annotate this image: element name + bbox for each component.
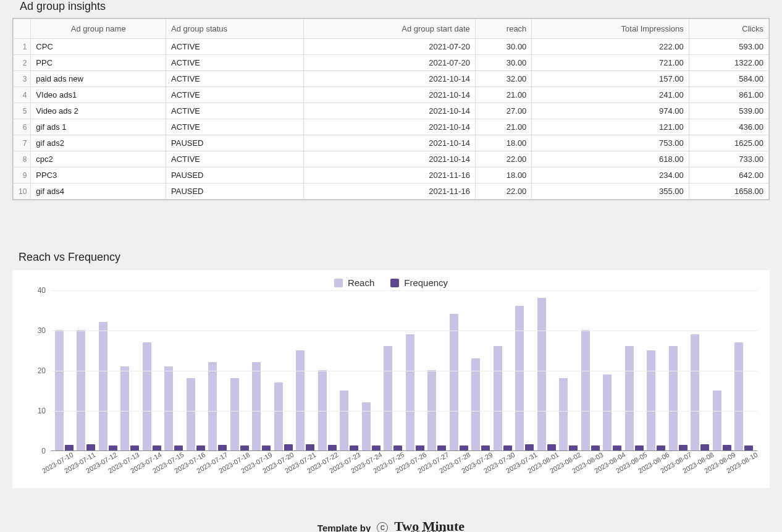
bar-group[interactable]	[295, 350, 317, 451]
row-index: 1	[14, 39, 31, 55]
cell-ad-group-name: CPC	[31, 39, 166, 55]
cell-clicks: 642.00	[689, 167, 768, 184]
row-index: 7	[14, 135, 31, 151]
table-row[interactable]: 3paid ads newACTIVE2021-10-1432.00157.00…	[14, 71, 769, 87]
bar-reach	[143, 342, 151, 451]
col-start-date[interactable]: Ad group start date	[303, 19, 475, 39]
bar-group[interactable]	[558, 378, 580, 450]
bar-group[interactable]	[711, 391, 733, 451]
table-row[interactable]: 1CPCACTIVE2021-07-2030.00222.00593.00	[14, 39, 769, 55]
table-header-row: Ad group name Ad group status Ad group s…	[14, 19, 769, 39]
bar-group[interactable]	[75, 330, 98, 450]
bar-group[interactable]	[689, 334, 712, 451]
table-row[interactable]: 2PPCACTIVE2021-07-2030.00721.001322.00	[14, 55, 769, 71]
cell-impressions: 222.00	[532, 39, 689, 55]
bar-group[interactable]	[141, 342, 163, 451]
col-status[interactable]: Ad group status	[166, 19, 304, 39]
cell-ad-group-name: VIdeo ads1	[31, 87, 166, 103]
bar-group[interactable]	[536, 298, 558, 450]
bar-group[interactable]	[404, 334, 426, 451]
bar-group[interactable]	[185, 378, 207, 450]
bar-group[interactable]	[119, 366, 141, 451]
bar-group[interactable]	[733, 342, 755, 451]
bar-group[interactable]	[426, 370, 448, 450]
bar-group[interactable]	[602, 374, 624, 451]
bar-reach	[450, 314, 458, 450]
bar-group[interactable]	[667, 346, 689, 450]
bar-group[interactable]	[360, 402, 382, 450]
bar-group[interactable]	[251, 362, 273, 450]
cell-ad-group-status: ACTIVE	[166, 151, 304, 167]
chart-gridline	[51, 290, 757, 291]
table-row[interactable]: 5Video ads 2ACTIVE2021-10-1427.00974.005…	[14, 103, 769, 119]
col-clicks[interactable]: Clicks	[689, 19, 768, 39]
table-row[interactable]: 7gif ads2PAUSED2021-10-1418.00753.001625…	[14, 135, 769, 151]
cell-clicks: 861.00	[689, 87, 768, 103]
cell-ad-group-name: PPC	[31, 55, 166, 71]
chart-gridline	[51, 411, 757, 412]
bar-group[interactable]	[53, 330, 75, 450]
bar-group[interactable]	[338, 391, 361, 451]
cell-ad-group-status: PAUSED	[166, 135, 304, 151]
cell-start-date: 2021-07-20	[303, 55, 475, 71]
cell-reach: 30.00	[475, 55, 532, 71]
bar-group[interactable]	[448, 314, 470, 450]
cell-start-date: 2021-10-14	[303, 119, 475, 135]
cell-reach: 18.00	[475, 167, 532, 184]
bar-reach	[55, 330, 64, 450]
bar-reach	[537, 298, 546, 450]
cell-ad-group-name: PPC3	[31, 167, 166, 184]
bar-group[interactable]	[163, 366, 185, 451]
chart-gridline	[51, 331, 757, 331]
bar-group[interactable]	[207, 362, 229, 450]
bar-frequency	[86, 444, 95, 450]
cell-impressions: 355.00	[532, 184, 689, 200]
bar-reach	[120, 366, 129, 451]
cell-reach: 22.00	[475, 184, 532, 200]
bar-frequency	[460, 445, 468, 450]
bar-group[interactable]	[623, 346, 645, 450]
bar-reach	[669, 346, 678, 450]
bar-frequency	[569, 445, 578, 450]
bar-group[interactable]	[470, 358, 492, 451]
cell-impressions: 234.00	[532, 167, 689, 184]
cell-impressions: 721.00	[532, 55, 689, 71]
y-tick: 40	[31, 286, 46, 295]
y-tick: 0	[31, 447, 46, 455]
row-index: 9	[14, 167, 31, 184]
col-impressions[interactable]: Total Impressions	[532, 19, 689, 39]
bar-group[interactable]	[492, 346, 514, 450]
table-row[interactable]: 4VIdeo ads1ACTIVE2021-10-1421.00241.0086…	[14, 87, 769, 103]
bar-frequency	[328, 445, 337, 450]
bar-reach	[384, 346, 392, 450]
cell-ad-group-status: ACTIVE	[166, 55, 304, 71]
table-row[interactable]: 9PPC3PAUSED2021-11-1618.00234.00642.00	[14, 167, 769, 184]
cell-start-date: 2021-11-16	[303, 167, 475, 184]
cell-reach: 18.00	[475, 135, 532, 151]
bar-group[interactable]	[316, 370, 338, 450]
bar-group[interactable]	[382, 346, 405, 450]
bar-frequency	[700, 444, 709, 450]
bar-reach	[427, 370, 436, 450]
col-reach[interactable]: reach	[475, 19, 532, 39]
bar-reach	[471, 358, 480, 451]
bar-group[interactable]	[514, 306, 536, 450]
row-index: 10	[14, 184, 31, 200]
bar-frequency	[613, 445, 621, 450]
table-row[interactable]: 6gif ads 1ACTIVE2021-10-1421.00121.00436…	[14, 119, 769, 135]
bar-group[interactable]	[272, 382, 295, 451]
bar-group[interactable]	[645, 350, 668, 451]
legend-item-frequency[interactable]: Frequency	[390, 277, 448, 288]
bar-group[interactable]	[97, 322, 119, 450]
bar-reach	[625, 346, 634, 450]
legend-item-reach[interactable]: Reach	[334, 277, 374, 288]
bar-group[interactable]	[229, 378, 251, 450]
table-row[interactable]: 10gif ads4PAUSED2021-11-1622.00355.00165…	[14, 184, 769, 200]
bar-frequency	[240, 445, 249, 450]
table-row[interactable]: 8cpc2ACTIVE2021-10-1422.00618.00733.00	[14, 151, 769, 167]
chart-y-axis: 010203040	[31, 290, 48, 451]
bar-group[interactable]	[579, 330, 602, 450]
col-name[interactable]: Ad group name	[31, 19, 166, 39]
x-tick: 2023-08-10	[735, 452, 757, 487]
chart-gridline	[51, 371, 757, 371]
